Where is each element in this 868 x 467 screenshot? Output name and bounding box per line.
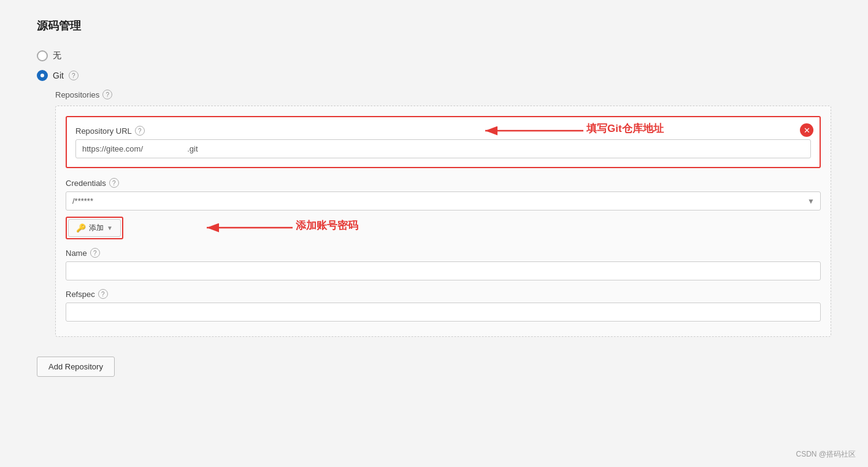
- credentials-help-icon[interactable]: ?: [109, 178, 119, 188]
- refspec-input[interactable]: [66, 303, 821, 322]
- radio-none-circle[interactable]: [37, 50, 48, 61]
- credentials-select-wrapper: /****** ▼: [66, 191, 821, 210]
- page-title: 源码管理: [37, 18, 831, 33]
- name-help-icon[interactable]: ?: [90, 248, 100, 258]
- key-icon: 🔑: [76, 223, 86, 233]
- repo-close-button[interactable]: ✕: [800, 123, 813, 137]
- radio-git-circle[interactable]: [37, 70, 48, 81]
- credentials-label-text: Credentials: [66, 179, 106, 188]
- name-section: Name ?: [66, 248, 821, 280]
- name-label-text: Name: [66, 249, 87, 258]
- credentials-section: Credentials ? /****** ▼ 🔑: [66, 178, 821, 239]
- radio-none[interactable]: 无: [37, 50, 831, 61]
- repo-url-label: Repository URL ?: [75, 126, 811, 136]
- repo-url-box: Repository URL ? ✕: [66, 116, 821, 168]
- repo-outer-dashed: Repository URL ? ✕ 填写Git仓库地址: [55, 106, 831, 337]
- annotation-add-text: 添加账号密码: [296, 218, 358, 233]
- refspec-label: Refspec ?: [66, 289, 821, 299]
- repositories-section: Repositories ? Repository URL ? ✕: [55, 90, 831, 337]
- add-btn-box: 🔑 添加 ▼: [66, 217, 123, 239]
- refspec-help-icon[interactable]: ?: [98, 289, 108, 299]
- repo-url-label-text: Repository URL: [75, 126, 132, 136]
- radio-git-label: Git: [53, 71, 64, 80]
- radio-git[interactable]: Git ?: [37, 70, 831, 81]
- refspec-label-text: Refspec: [66, 290, 95, 299]
- repositories-label-text: Repositories: [55, 90, 99, 99]
- watermark: CSDN @搭码社区: [796, 449, 856, 460]
- repo-url-input[interactable]: [75, 139, 811, 158]
- add-credentials-button[interactable]: 🔑 添加 ▼: [68, 219, 121, 237]
- credentials-select[interactable]: /******: [66, 191, 821, 210]
- repositories-label: Repositories ?: [55, 90, 831, 99]
- name-input[interactable]: [66, 261, 821, 280]
- page-wrapper: 源码管理 无 Git ? Repositories ? Repository U…: [0, 0, 868, 467]
- add-label: 添加: [89, 223, 104, 233]
- add-repository-button[interactable]: Add Repository: [37, 357, 115, 377]
- radio-none-label: 无: [53, 50, 61, 61]
- credentials-row: /****** ▼: [66, 191, 821, 210]
- credentials-label: Credentials ?: [66, 178, 821, 188]
- name-label: Name ?: [66, 248, 821, 258]
- repositories-help-icon[interactable]: ?: [102, 90, 112, 99]
- git-help-icon[interactable]: ?: [69, 71, 79, 80]
- repo-url-help-icon[interactable]: ?: [135, 126, 145, 136]
- add-btn-area: 🔑 添加 ▼: [66, 217, 123, 239]
- refspec-section: Refspec ?: [66, 289, 821, 322]
- dropdown-arrow-icon: ▼: [107, 225, 113, 231]
